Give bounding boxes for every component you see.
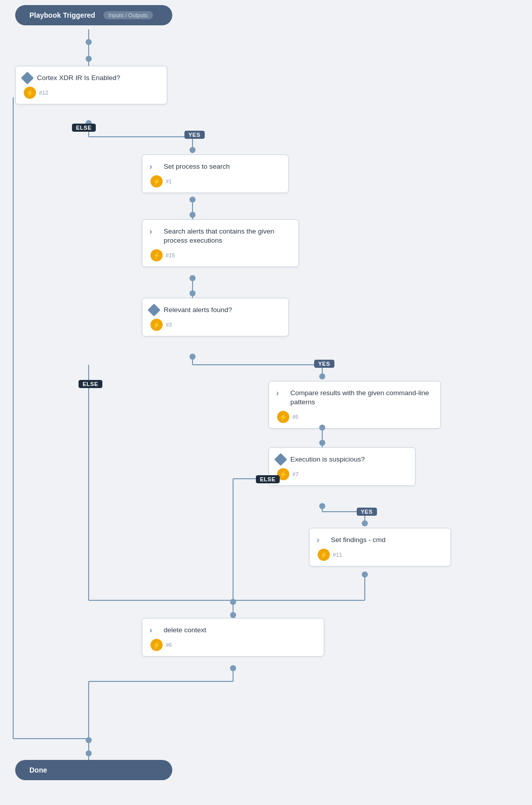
chevron-icon-n1: › [149, 162, 152, 171]
dot-before-n15 [189, 212, 196, 218]
dot-before-n7 [319, 440, 325, 446]
dot-before-n12 [86, 56, 92, 62]
dot-below-n6 [230, 665, 236, 671]
done-label: Done [29, 766, 47, 774]
n15-id: #15 [166, 252, 175, 258]
yes-label-n7: YES [357, 508, 377, 516]
dot-before-n5 [319, 373, 325, 379]
node-n1[interactable]: › Set process to search #1 [142, 155, 289, 193]
node-n5[interactable]: › Compare results with the given command… [269, 381, 441, 429]
diamond-icon-n12 [21, 71, 33, 84]
yes-label-n12: YES [184, 131, 205, 139]
lightning-n3 [150, 319, 163, 331]
dot-before-done [86, 750, 92, 756]
connectors-svg [0, 0, 532, 805]
n12-title: Cortex XDR IR Is Enabled? [37, 73, 159, 83]
n6-title: delete context [164, 626, 316, 635]
else-label-n3: ELSE [79, 380, 102, 388]
dot-merge-n6 [230, 599, 236, 605]
dot-below-n3 [189, 354, 196, 360]
n15-title: Search alerts that contains the given pr… [164, 227, 290, 245]
dot-before-n6 [230, 612, 236, 618]
n3-title: Relevant alerts found? [164, 305, 280, 315]
n3-id: #3 [166, 322, 172, 328]
dot-below-n15 [189, 275, 196, 281]
n1-title: Set process to search [164, 162, 280, 171]
lightning-n1 [150, 175, 163, 187]
node-n6[interactable]: › delete context #6 [142, 618, 324, 657]
n1-id: #1 [166, 178, 172, 184]
chevron-icon-n11: › [317, 535, 319, 545]
lightning-n6 [150, 639, 163, 651]
chevron-icon-n5: › [276, 389, 279, 398]
node-n12[interactable]: Cortex XDR IR Is Enabled? #12 [15, 66, 167, 104]
node-n3[interactable]: Relevant alerts found? #3 [142, 298, 289, 336]
done-node[interactable]: Done [15, 760, 172, 780]
dot-below-n5 [319, 425, 325, 431]
chevron-icon-n15: › [149, 227, 152, 236]
lightning-n15 [150, 249, 163, 261]
n7-title: Execution is suspicious? [290, 455, 407, 464]
n12-id: #12 [39, 90, 48, 96]
else-label-n12: ELSE [72, 124, 96, 132]
n11-id: #11 [333, 552, 342, 558]
node-n15[interactable]: › Search alerts that contains the given … [142, 219, 299, 267]
dot-below-n7 [319, 503, 325, 509]
chevron-icon-n6: › [149, 626, 152, 635]
start-label: Playbook Triggered [29, 11, 95, 19]
lightning-n12 [24, 87, 36, 99]
n5-id: #5 [292, 414, 298, 420]
diamond-icon-n7 [274, 453, 287, 466]
dot-before-n1 [189, 147, 196, 153]
n11-title: Set findings - cmd [331, 535, 442, 545]
dot-before-n11 [362, 520, 368, 526]
n7-id: #7 [292, 471, 298, 477]
flow-canvas: Playbook Triggered Inputs / Outputs Cort… [0, 0, 532, 805]
dot-below-n11 [362, 571, 368, 578]
start-node[interactable]: Playbook Triggered Inputs / Outputs [15, 5, 172, 25]
n6-id: #6 [166, 642, 172, 648]
inputs-outputs-badge[interactable]: Inputs / Outputs [103, 11, 153, 19]
lightning-n11 [318, 549, 330, 561]
diamond-icon-n3 [147, 303, 160, 316]
n5-title: Compare results with the given command-l… [290, 389, 432, 407]
node-n7[interactable]: Execution is suspicious? #7 [269, 447, 415, 486]
dot-after-start [86, 39, 92, 45]
dot-merge-done [86, 737, 92, 743]
yes-label-n3: YES [314, 360, 334, 368]
lightning-n5 [277, 411, 289, 423]
dot-below-n1 [189, 197, 196, 203]
node-n11[interactable]: › Set findings - cmd #11 [309, 528, 451, 566]
dot-before-n3 [189, 290, 196, 296]
else-label-n7: ELSE [256, 475, 280, 483]
